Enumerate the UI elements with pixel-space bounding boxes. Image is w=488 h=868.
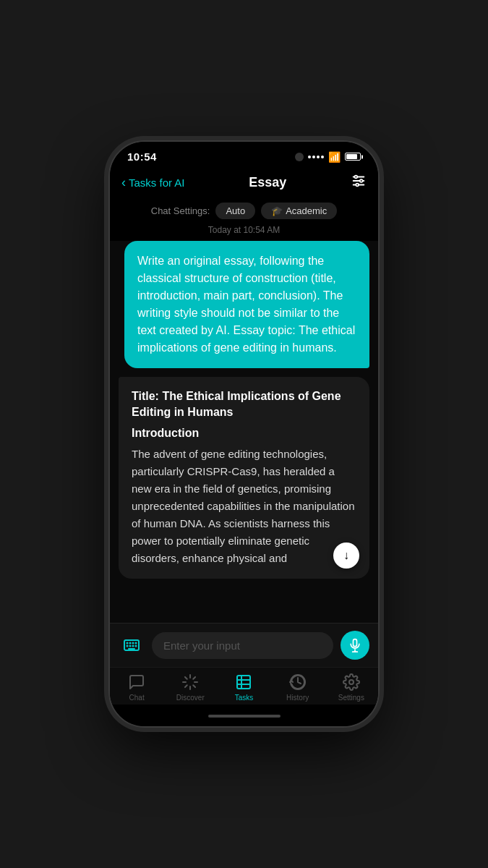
home-bar — [208, 715, 281, 718]
bottom-nav: Chat Discover — [110, 667, 378, 705]
ai-section-title: Introduction — [132, 427, 356, 440]
svg-rect-27 — [237, 676, 250, 689]
svg-line-26 — [194, 677, 196, 679]
chevron-down-icon: ↓ — [343, 550, 349, 561]
status-icons: 📶 — [295, 151, 361, 163]
signal-dots — [308, 156, 324, 158]
nav-item-tasks[interactable]: Tasks — [222, 673, 265, 702]
back-button[interactable]: ‹ Tasks for AI — [121, 175, 185, 190]
chat-settings-label: Chat Settings: — [151, 205, 210, 216]
nav-header: ‹ Tasks for AI Essay — [110, 167, 378, 200]
history-icon — [289, 673, 307, 691]
wifi-icon: 📶 — [328, 151, 341, 163]
chat-settings-bar: Chat Settings: Auto 🎓 Academic — [110, 200, 378, 222]
academic-pill-emoji: 🎓 — [271, 205, 283, 216]
user-message-text: Write an original essay, following the c… — [137, 255, 355, 354]
svg-line-25 — [185, 685, 187, 687]
microphone-icon — [348, 638, 362, 652]
back-label: Tasks for AI — [129, 176, 185, 189]
academic-pill[interactable]: 🎓 Academic — [261, 203, 337, 219]
auto-pill-label: Auto — [226, 205, 245, 216]
discover-nav-label: Discover — [176, 694, 205, 702]
nav-item-discover[interactable]: Discover — [168, 673, 212, 702]
gear-icon — [343, 673, 360, 691]
camera-indicator — [295, 153, 304, 161]
nav-item-settings[interactable]: Settings — [330, 673, 373, 702]
chat-icon — [128, 673, 145, 691]
tasks-nav-label: Tasks — [235, 694, 254, 702]
chat-area[interactable]: Write an original essay, following the c… — [110, 241, 378, 623]
svg-point-3 — [355, 176, 358, 179]
page-title: Essay — [249, 175, 286, 190]
academic-pill-label: Academic — [286, 205, 327, 216]
ai-essay-title: Title: The Ethical Implications of Gene … — [132, 388, 356, 421]
nav-item-history[interactable]: History — [276, 673, 320, 702]
chevron-left-icon: ‹ — [121, 175, 126, 190]
phone-screen: 10:54 📶 ‹ Tasks for AI Essay — [110, 142, 378, 726]
ai-body-text: The advent of gene editing technologies,… — [132, 446, 356, 567]
scroll-down-button[interactable]: ↓ — [333, 542, 359, 569]
timestamp: Today at 10:54 AM — [110, 222, 378, 241]
battery-icon — [345, 153, 361, 161]
svg-line-21 — [185, 677, 187, 679]
discover-icon — [181, 673, 199, 691]
auto-pill[interactable]: Auto — [215, 203, 255, 219]
nav-item-chat[interactable]: Chat — [115, 673, 158, 702]
message-input[interactable] — [152, 632, 333, 659]
svg-point-4 — [360, 179, 363, 182]
sliders-icon[interactable] — [351, 173, 367, 192]
keyboard-icon — [123, 637, 140, 654]
home-indicator — [110, 705, 378, 726]
history-nav-label: History — [286, 694, 309, 702]
chat-nav-label: Chat — [129, 694, 145, 702]
tasks-icon — [235, 673, 252, 691]
status-time: 10:54 — [127, 150, 157, 163]
svg-rect-16 — [354, 639, 357, 647]
settings-nav-label: Settings — [338, 694, 364, 702]
svg-line-22 — [194, 685, 196, 687]
voice-button[interactable] — [341, 631, 369, 660]
ai-message-bubble: Title: The Ethical Implications of Gene … — [119, 377, 369, 579]
keyboard-button[interactable] — [119, 632, 145, 658]
status-bar: 10:54 📶 — [110, 142, 378, 167]
input-area — [110, 623, 378, 667]
phone-frame: 10:54 📶 ‹ Tasks for AI Essay — [108, 140, 380, 728]
svg-point-5 — [356, 184, 359, 187]
user-message-bubble: Write an original essay, following the c… — [124, 241, 369, 368]
svg-point-32 — [349, 680, 354, 684]
